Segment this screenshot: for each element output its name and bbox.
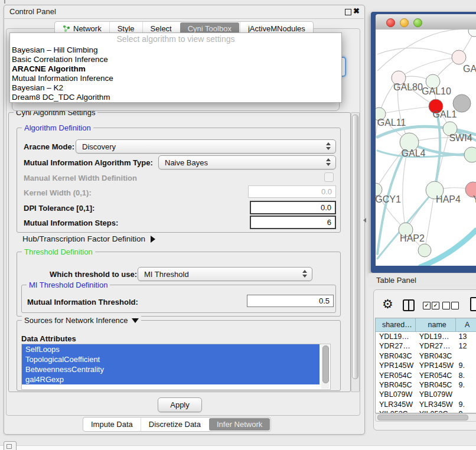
table-row[interactable]: YBR045CYBR045C9. — [376, 380, 476, 390]
sources-legend-row[interactable]: Sources for Network Inference — [22, 316, 141, 325]
node-label-hap2: HAP2 — [400, 233, 425, 243]
spinner-icon — [326, 142, 331, 150]
tab-label: Network — [73, 24, 102, 33]
checked-checkbox-icon[interactable]: ✓ — [423, 302, 431, 309]
sources-legend: Sources for Network Inference — [24, 316, 128, 325]
tab-label: Discretize Data — [149, 420, 201, 429]
network-node[interactable] — [468, 30, 476, 37]
attribute-item-gal4rgexp[interactable]: gal4RGexp — [22, 374, 319, 384]
gear-icon[interactable]: ⚙ — [382, 297, 393, 311]
aracne-mode-value: Discovery — [82, 142, 116, 151]
algorithm-dropdown-popup: Select algorithm to view settings Bayesi… — [9, 32, 342, 103]
attribute-item-topologicalcoefficient[interactable]: TopologicalCoefficient — [22, 354, 319, 364]
network-node[interactable] — [418, 244, 431, 257]
kernel-width-field[interactable]: 0.0 — [248, 185, 336, 198]
table-cell — [456, 390, 476, 399]
settings-scrollbar[interactable] — [351, 112, 360, 392]
tab-label: Cyni Toolbox — [188, 24, 232, 33]
table-row[interactable]: YIL052CYIL052C9. — [376, 409, 476, 413]
data-attributes-list[interactable]: SelfLoopsTopologicalCoefficientBetweenne… — [21, 344, 331, 390]
float-window-icon[interactable] — [345, 9, 351, 15]
column-header-a[interactable]: A — [456, 318, 476, 331]
attribute-item-selfloops[interactable]: SelfLoops — [22, 344, 319, 354]
tab-label: Infer Network — [217, 420, 262, 429]
table-cell: YLR345W — [416, 400, 456, 409]
node-table[interactable]: shared…nameA YDL19…YDL19…13YDR27…YDR27…1… — [375, 318, 476, 413]
table-cell: 13 — [456, 332, 476, 341]
tab-label: jActiveMNodules — [248, 24, 305, 33]
node-label-gal10: GAL10 — [422, 86, 451, 96]
manual-kernel-checkbox[interactable] — [324, 172, 334, 182]
which-threshold-label: Which threshold to use: — [50, 270, 137, 279]
table-cell: YIL052C — [416, 409, 456, 413]
dpi-tolerance-field[interactable]: 0.0 — [250, 201, 336, 214]
table-scrollbar-thumb[interactable] — [377, 415, 468, 420]
algorithm-definition-legend: Algorithm Definition — [22, 123, 93, 132]
bottom-tab-discretize-data[interactable]: Discretize Data — [141, 418, 208, 431]
table-row[interactable]: YDR27…YDR27…12 — [376, 341, 476, 351]
table-row[interactable]: YER054CYER054C8. — [376, 371, 476, 380]
aracne-mode-label: Aracne Mode: — [24, 142, 74, 151]
network-canvas[interactable]: GALGAL80GAL10GAL1GAL11SWI4GAL4GCY1HAP4YH… — [376, 30, 476, 266]
mi-steps-field[interactable]: 6 — [250, 216, 336, 229]
table-cell: YDR27… — [376, 341, 416, 351]
network-node[interactable] — [464, 147, 476, 162]
node-label-gal1: GAL1 — [433, 109, 457, 119]
taskbar-mini-icon[interactable] — [4, 441, 17, 450]
which-threshold-select[interactable]: MI Threshold — [138, 267, 312, 281]
algorithm-dropdown-placeholder: Select algorithm to view settings — [10, 33, 341, 45]
table-row[interactable]: YBL079WYBL079W — [376, 390, 476, 399]
table-cell: YBR043C — [376, 351, 416, 361]
table-row[interactable]: YLR345WYLR345W9. — [376, 400, 476, 409]
minimize-traffic-light-icon[interactable] — [400, 18, 409, 27]
zoom-traffic-light-icon[interactable] — [413, 18, 422, 27]
bottom-tab-infer-network[interactable]: Infer Network — [209, 418, 270, 431]
which-threshold-value: MI Threshold — [144, 270, 189, 279]
close-icon[interactable]: ✖ — [353, 6, 360, 15]
attributes-scrollbar[interactable] — [321, 345, 329, 389]
checked-checkbox-icon[interactable]: ✓ — [432, 302, 439, 309]
algorithm-option-bayesian-hill-climbing[interactable]: Bayesian – Hill Climbing — [10, 45, 341, 55]
hub-definition-label: Hub/Transcription Factor Definition — [22, 234, 145, 243]
attributes-scrollbar-thumb[interactable] — [322, 345, 329, 383]
table-row[interactable]: YBR043CYBR043C — [376, 351, 476, 361]
apply-button[interactable]: Apply — [158, 397, 202, 412]
close-traffic-light-icon[interactable] — [386, 18, 395, 27]
algorithm-option-aracne-algorithm[interactable]: ARACNE Algorithm — [10, 64, 341, 74]
algorithm-option-bayesian-k2[interactable]: Bayesian – K2 — [10, 83, 341, 93]
hub-definition-toggle[interactable]: Hub/Transcription Factor Definition — [22, 234, 155, 243]
mi-threshold-field[interactable]: 0.5 — [247, 295, 334, 307]
mi-type-value: Naive Bayes — [165, 158, 208, 167]
table-row[interactable]: YDL19…YDL19…13 — [376, 332, 476, 341]
control-panel-title: Control Panel — [9, 7, 56, 16]
bottom-tab-strip: Impute DataDiscretize DataInfer Network — [83, 417, 271, 432]
unchecked-checkbox-icon[interactable] — [451, 302, 459, 309]
document-icon[interactable] — [470, 297, 476, 311]
table-row[interactable]: YPR145WYPR145W9. — [376, 361, 476, 370]
table-cell: YDR27… — [416, 341, 456, 351]
table-cell: 9. — [456, 409, 476, 413]
table-horizontal-scrollbar[interactable] — [375, 413, 476, 422]
algorithm-option-dream8-dc-tdc-algorithm[interactable]: Dream8 DC_TDC Algorithm — [10, 93, 341, 102]
table-cell: YBR045C — [416, 380, 456, 390]
panel-collapse-arrow-icon[interactable] — [363, 218, 366, 223]
application-root: Control Panel ✖ NetworkStyleSelectCyni T… — [0, 0, 476, 450]
table-cell: YBL079W — [416, 390, 456, 399]
table-header-row[interactable]: shared…nameA — [376, 318, 476, 332]
control-panel-titlebar — [4, 5, 364, 19]
attribute-item-betweennesscentrality[interactable]: BetweennessCentrality — [22, 364, 319, 374]
bottom-tab-impute-data[interactable]: Impute Data — [83, 418, 141, 431]
column-header-name[interactable]: name — [416, 318, 456, 331]
threshold-definition-legend: Threshold Definition — [22, 247, 95, 256]
bottom-strip — [0, 445, 476, 450]
unchecked-checkbox-icon[interactable] — [442, 302, 450, 309]
algorithm-option-mutual-information-inference[interactable]: Mutual Information Inference — [10, 74, 341, 83]
aracne-mode-select[interactable]: Discovery — [76, 139, 336, 154]
mi-type-select[interactable]: Naive Bayes — [158, 155, 336, 169]
columns-icon[interactable] — [403, 299, 415, 311]
column-header-shared[interactable]: shared… — [376, 318, 416, 331]
algorithm-option-basic-correlation-inference[interactable]: Basic Correlation Inference — [10, 55, 341, 64]
tab-label: Style — [118, 24, 135, 33]
settings-scrollbar-thumb[interactable] — [352, 115, 358, 379]
network-node-gal[interactable] — [452, 50, 466, 64]
